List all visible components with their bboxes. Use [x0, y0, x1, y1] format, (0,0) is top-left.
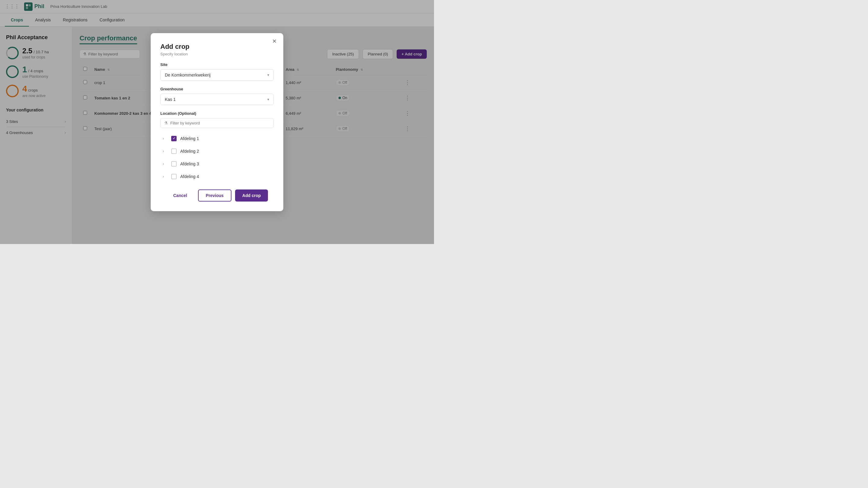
add-crop-confirm-button[interactable]: Add crop: [235, 190, 268, 201]
modal-subtitle: Specify location: [160, 52, 274, 56]
location-filter-icon: ⚗: [164, 121, 168, 125]
site-dropdown-icon: ▾: [267, 73, 269, 77]
location-item[interactable]: › Afdeling 1: [160, 133, 274, 144]
location-label-text: Afdeling 1: [180, 136, 199, 141]
location-item[interactable]: › Afdeling 3: [160, 158, 274, 170]
previous-button[interactable]: Previous: [198, 190, 231, 201]
modal-overlay: ✕ Add crop Specify location Site De Komk…: [0, 0, 434, 244]
greenhouse-select-value: Kas 1: [165, 97, 176, 102]
site-select-value: De Komkommerkwekerij: [165, 73, 211, 77]
add-crop-modal: ✕ Add crop Specify location Site De Komk…: [151, 33, 283, 211]
location-checkbox[interactable]: [171, 174, 177, 179]
location-checkbox[interactable]: [171, 136, 177, 141]
greenhouse-dropdown-icon: ▾: [267, 97, 269, 101]
location-label-text: Afdeling 3: [180, 161, 199, 166]
location-label-text: Afdeling 2: [180, 149, 199, 154]
location-label-text: Afdeling 4: [180, 174, 199, 179]
expand-icon[interactable]: ›: [163, 136, 167, 141]
location-item[interactable]: › Afdeling 2: [160, 145, 274, 157]
location-search-input[interactable]: [170, 121, 270, 125]
location-filter[interactable]: ⚗: [160, 118, 274, 128]
location-item[interactable]: › Afdeling 4: [160, 171, 274, 182]
location-checkbox[interactable]: [171, 161, 177, 167]
site-label: Site: [160, 62, 274, 67]
modal-close-button[interactable]: ✕: [270, 37, 279, 45]
modal-footer: Cancel Previous Add crop: [160, 190, 274, 201]
expand-icon[interactable]: ›: [163, 149, 167, 153]
expand-icon[interactable]: ›: [163, 174, 167, 178]
expand-icon[interactable]: ›: [163, 162, 167, 166]
greenhouse-select-wrapper: Kas 1 ▾: [160, 94, 274, 105]
greenhouse-select[interactable]: Kas 1 ▾: [160, 94, 274, 105]
location-label: Location (Optional): [160, 111, 274, 116]
site-select[interactable]: De Komkommerkwekerij ▾: [160, 69, 274, 81]
greenhouse-label: Greenhouse: [160, 87, 274, 91]
modal-title: Add crop: [160, 43, 274, 51]
location-checkbox-list: › Afdeling 1 › Afdeling 2 › Afdeling 3 ›…: [160, 133, 274, 182]
location-checkbox[interactable]: [171, 149, 177, 154]
cancel-button[interactable]: Cancel: [166, 190, 194, 201]
site-select-wrapper: De Komkommerkwekerij ▾: [160, 69, 274, 81]
